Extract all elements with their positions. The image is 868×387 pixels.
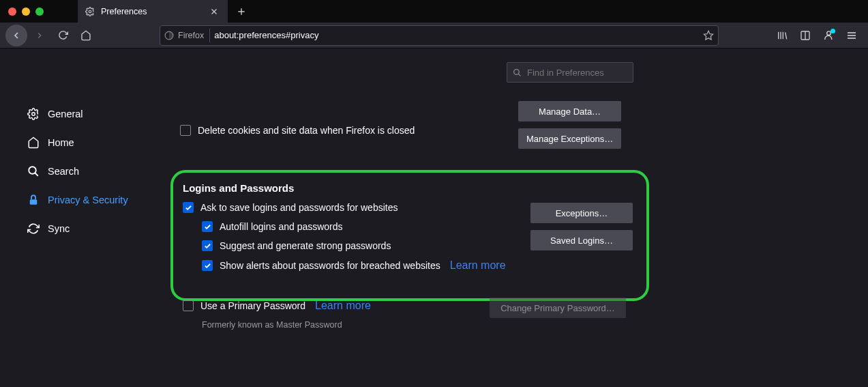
svg-marker-6	[704, 31, 713, 40]
manage-data-button[interactable]: Manage Data…	[518, 101, 621, 121]
exceptions-button[interactable]: Exceptions…	[530, 203, 633, 223]
maximize-window-button[interactable]	[35, 8, 44, 16]
url-text: about:preferences#privacy	[214, 30, 699, 40]
logins-passwords-section: Logins and Passwords Ask to save logins …	[183, 182, 633, 272]
search-icon	[27, 165, 40, 177]
preferences-icon	[85, 6, 95, 17]
breach-checkbox[interactable]	[202, 260, 213, 271]
sidebar-item-label: Sync	[48, 223, 70, 234]
reload-button[interactable]	[52, 25, 74, 46]
sidebar-item-label: Search	[48, 166, 79, 177]
svg-point-21	[514, 69, 520, 74]
new-tab-button[interactable]	[232, 2, 251, 21]
sidebar-item-general[interactable]: General	[0, 100, 157, 128]
gear-icon	[27, 108, 40, 120]
close-tab-button[interactable]	[210, 8, 221, 16]
tab-title: Preferences	[101, 7, 205, 16]
svg-point-18	[29, 167, 36, 174]
sidebar-item-label: Privacy & Security	[48, 195, 128, 205]
primary-learn-more-link[interactable]: Learn more	[315, 300, 371, 312]
svg-point-17	[32, 113, 35, 116]
find-in-preferences[interactable]	[507, 62, 633, 83]
primary-password-checkbox[interactable]	[183, 300, 194, 311]
manage-exceptions-button[interactable]: Manage Exceptions…	[518, 128, 621, 149]
sidebar-item-label: Home	[48, 137, 74, 148]
suggest-checkbox[interactable]	[202, 240, 213, 251]
svg-rect-20	[30, 199, 38, 205]
nav-toolbar: Firefox about:preferences#privacy	[0, 23, 868, 48]
home-icon	[27, 137, 40, 149]
minimize-window-button[interactable]	[22, 8, 30, 16]
breach-learn-more-link[interactable]: Learn more	[450, 259, 506, 272]
change-primary-password-button[interactable]: Change Primary Password…	[490, 298, 626, 318]
preferences-content: Manage Data… Manage Exceptions… Delete c…	[157, 48, 868, 387]
svg-point-13	[826, 31, 830, 35]
autofill-label: Autofill logins and passwords	[220, 221, 343, 232]
sidebar-item-home[interactable]: Home	[0, 128, 157, 157]
preferences-page: General Home Search Privacy & Security S…	[0, 48, 868, 387]
sidebar-item-label: General	[48, 109, 83, 119]
tab-strip: Preferences	[0, 0, 868, 23]
reader-view-button[interactable]	[794, 25, 816, 46]
sync-icon	[27, 223, 40, 235]
breach-label: Show alerts about passwords for breached…	[220, 260, 440, 271]
saved-logins-button[interactable]: Saved Logins…	[530, 230, 633, 250]
preferences-sidebar: General Home Search Privacy & Security S…	[0, 48, 157, 387]
sidebar-item-search[interactable]: Search	[0, 157, 157, 186]
forward-button[interactable]	[29, 25, 50, 46]
sidebar-item-privacy[interactable]: Privacy & Security	[0, 186, 157, 214]
back-button[interactable]	[5, 25, 27, 46]
formerly-hint: Formerly known as Master Password	[202, 320, 342, 330]
window-controls	[0, 0, 52, 23]
suggest-label: Suggest and generate strong passwords	[220, 240, 391, 251]
bookmark-star-icon[interactable]	[703, 30, 714, 41]
find-input[interactable]	[527, 68, 627, 78]
sidebar-item-sync[interactable]: Sync	[0, 214, 157, 243]
browser-tab[interactable]: Preferences	[78, 0, 228, 23]
site-identity[interactable]: Firefox	[164, 29, 210, 42]
search-icon	[513, 68, 522, 77]
url-bar[interactable]: Firefox about:preferences#privacy	[160, 25, 719, 46]
delete-cookies-checkbox[interactable]	[180, 125, 191, 136]
home-button[interactable]	[75, 25, 97, 46]
close-window-button[interactable]	[8, 8, 16, 16]
account-button[interactable]	[818, 25, 839, 46]
autofill-checkbox[interactable]	[202, 221, 213, 232]
svg-line-19	[35, 173, 38, 176]
svg-line-10	[785, 32, 787, 39]
library-button[interactable]	[771, 25, 793, 46]
ask-save-checkbox[interactable]	[183, 202, 194, 213]
svg-point-0	[89, 10, 91, 13]
primary-password-label: Use a Primary Password	[200, 300, 305, 311]
lock-icon	[27, 194, 40, 206]
identity-label: Firefox	[178, 31, 204, 40]
svg-line-22	[518, 74, 520, 76]
firefox-icon	[164, 31, 174, 40]
ask-save-label: Ask to save logins and passwords for web…	[200, 202, 398, 213]
app-menu-button[interactable]	[841, 25, 863, 46]
section-title: Logins and Passwords	[183, 182, 633, 194]
delete-cookies-label: Delete cookies and site data when Firefo…	[198, 125, 415, 136]
